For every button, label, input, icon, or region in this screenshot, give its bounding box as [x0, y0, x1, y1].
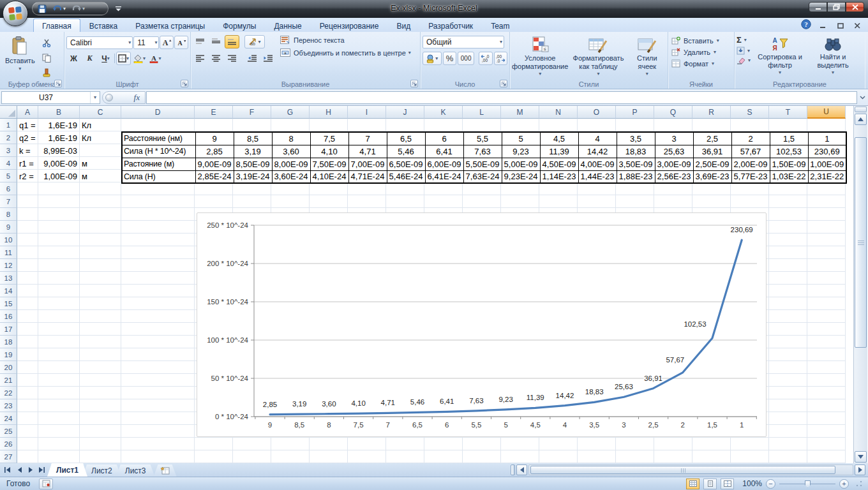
cell-U23[interactable] — [807, 399, 846, 412]
cell-B8[interactable] — [38, 208, 80, 221]
cell-U6[interactable] — [807, 182, 846, 195]
vertical-scrollbar[interactable] — [853, 106, 867, 463]
cell-T7[interactable] — [769, 195, 807, 208]
cell-U8[interactable] — [807, 208, 846, 221]
cell-A26[interactable] — [17, 438, 38, 450]
table-cell[interactable]: 36,91 — [693, 145, 731, 158]
column-header-U[interactable]: U — [807, 106, 846, 119]
row-header-8[interactable]: 8 — [0, 208, 17, 221]
cell-G1[interactable] — [271, 119, 310, 131]
cell-A25[interactable] — [17, 425, 38, 438]
cell-D8[interactable] — [121, 208, 195, 221]
cell-O7[interactable] — [578, 195, 616, 208]
clear-button[interactable]: ▾ — [737, 57, 751, 64]
column-header-I[interactable]: I — [348, 106, 386, 119]
cell-U16[interactable] — [807, 310, 846, 323]
cell-Q7[interactable] — [654, 195, 692, 208]
column-header-O[interactable]: O — [578, 106, 616, 119]
row-header-20[interactable]: 20 — [0, 361, 17, 374]
cell-U9[interactable] — [807, 221, 846, 234]
table-cell[interactable]: 1,14E-23 — [540, 170, 578, 183]
accounting-format-button[interactable]: ▾ — [423, 52, 442, 65]
cell-C3[interactable] — [80, 144, 121, 157]
insert-cells-button[interactable]: Вставить▾ — [671, 36, 731, 45]
cell-B18[interactable] — [38, 336, 80, 348]
cell-U24[interactable] — [807, 412, 846, 425]
cell-F27[interactable] — [233, 450, 271, 463]
table-cell[interactable]: 25,63 — [655, 145, 693, 158]
table-cell[interactable]: 8,00E-09 — [272, 158, 310, 170]
first-sheet-button[interactable] — [3, 465, 13, 475]
cell-F7[interactable] — [233, 195, 271, 208]
cell-N7[interactable] — [539, 195, 578, 208]
next-sheet-button[interactable] — [26, 465, 36, 475]
select-all-corner[interactable] — [0, 106, 17, 119]
table-row-label[interactable]: Расстояние (нм) — [122, 132, 195, 145]
cell-U7[interactable] — [807, 195, 846, 208]
table-row-label[interactable]: Сила (Н) — [122, 170, 195, 183]
cell-D14[interactable] — [121, 285, 195, 297]
shrink-font-button[interactable]: A — [174, 36, 188, 49]
cell-D7[interactable] — [121, 195, 195, 208]
cell-S6[interactable] — [731, 182, 769, 195]
row-header-19[interactable]: 19 — [0, 348, 17, 361]
cell-T14[interactable] — [769, 285, 807, 297]
cell-C25[interactable] — [80, 425, 121, 438]
cell-E27[interactable] — [195, 450, 233, 463]
cell-B5[interactable]: 1,00E-09 — [38, 170, 80, 182]
cell-A8[interactable] — [17, 208, 38, 221]
row-header-17[interactable]: 17 — [0, 323, 17, 336]
table-cell[interactable]: 3,5 — [617, 132, 655, 145]
cell-D21[interactable] — [121, 374, 195, 387]
table-cell[interactable]: 1,50E-09 — [770, 158, 808, 170]
align-left-button[interactable] — [193, 52, 207, 65]
comma-style-button[interactable]: 000 — [458, 52, 474, 65]
cell-P6[interactable] — [616, 182, 654, 195]
cell-N27[interactable] — [539, 450, 578, 463]
page-break-view-button[interactable] — [721, 479, 734, 489]
help-button[interactable]: ? — [801, 19, 811, 32]
merge-center-button[interactable]: a Объединить и поместить в центре ▾ — [280, 48, 411, 57]
row-header-9[interactable]: 9 — [0, 221, 17, 234]
row-header-21[interactable]: 21 — [0, 374, 17, 387]
cell-T22[interactable] — [769, 387, 807, 399]
number-format-combo[interactable]: Общий▾ — [423, 36, 504, 48]
row-header-23[interactable]: 23 — [0, 399, 17, 412]
table-cell[interactable]: 3,19 — [234, 145, 272, 158]
wrap-text-button[interactable]: Перенос текста — [280, 36, 411, 45]
undo-dropdown-icon[interactable]: ▾ — [63, 6, 66, 11]
cell-U1[interactable] — [807, 119, 846, 131]
cell-U12[interactable] — [807, 259, 846, 272]
table-cell[interactable]: 4,00E-09 — [578, 158, 617, 170]
cell-A11[interactable] — [17, 246, 38, 259]
italic-button[interactable]: К — [82, 52, 97, 65]
row-header-18[interactable]: 18 — [0, 336, 17, 348]
table-cell[interactable]: 4,71E-24 — [348, 170, 387, 183]
cell-D1[interactable] — [121, 119, 195, 131]
cell-U11[interactable] — [807, 246, 846, 259]
cell-P26[interactable] — [616, 438, 654, 450]
row-header-7[interactable]: 7 — [0, 195, 17, 208]
cell-A9[interactable] — [17, 221, 38, 234]
cell-F1[interactable] — [233, 119, 271, 131]
scroll-down-button[interactable] — [855, 451, 867, 463]
table-cell[interactable]: 6,00E-09 — [425, 158, 463, 170]
cell-B11[interactable] — [38, 246, 80, 259]
cell-R6[interactable] — [692, 182, 731, 195]
scroll-right-button[interactable] — [855, 464, 865, 475]
percent-style-button[interactable]: % — [443, 52, 456, 65]
cell-B16[interactable] — [38, 310, 80, 323]
table-cell[interactable]: 7,00E-09 — [348, 158, 387, 170]
cell-C19[interactable] — [80, 348, 121, 361]
cell-C7[interactable] — [80, 195, 121, 208]
cell-H6[interactable] — [310, 182, 348, 195]
table-cell[interactable]: 9,00E-09 — [195, 158, 234, 170]
align-center-button[interactable] — [209, 52, 223, 65]
align-bottom-button[interactable] — [225, 35, 239, 48]
table-cell[interactable]: 5,5 — [463, 132, 502, 145]
table-cell[interactable]: 1,88E-23 — [617, 170, 655, 183]
cell-C11[interactable] — [80, 246, 121, 259]
table-cell[interactable]: 4 — [578, 132, 617, 145]
cell-C18[interactable] — [80, 336, 121, 348]
sort-filter-button[interactable]: АЯ Сортировка и фильтр▾ — [753, 34, 807, 78]
